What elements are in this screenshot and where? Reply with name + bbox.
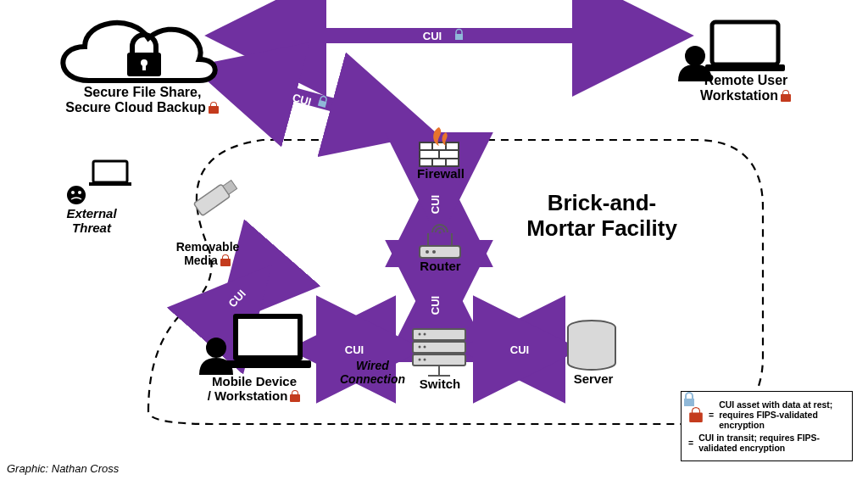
switch-label: Switch [415,377,465,391]
arrow-mobile-media: CUI [226,280,259,314]
svg-point-52 [419,359,421,361]
arrow-cloud-firewall: CUI [212,72,415,127]
legend-row-rest: = CUI asset with data at rest; requires … [688,399,845,430]
router-icon [420,225,460,258]
svg-point-58 [206,338,226,358]
facility-title: Brick-and-Mortar Facility [513,191,691,242]
wired-label: WiredConnection [332,359,413,386]
lock-red-icon [688,407,704,422]
svg-rect-22 [93,161,127,182]
arrow-switch-mobile: CUI [309,343,403,356]
switch-icon [413,329,465,376]
lock-blue-icon [682,392,697,407]
svg-point-51 [424,346,426,349]
svg-rect-23 [89,182,131,186]
svg-point-25 [71,191,75,194]
firewall-label: Firewall [411,166,470,181]
svg-text:CUI: CUI [423,30,442,42]
svg-point-38 [426,250,429,254]
external-threat-icon [67,161,131,204]
svg-text:CUI: CUI [345,343,364,356]
svg-point-21 [685,46,705,66]
lock-icon [289,390,301,402]
server-icon [568,321,615,370]
workstation-icon [199,314,311,375]
arrow-switch-server: CUI [479,343,559,356]
svg-rect-19 [712,22,778,64]
lock-icon [220,254,231,266]
svg-rect-20 [705,64,785,71]
legend-box: = CUI asset with data at rest; requires … [681,391,853,461]
arrow-router-switch: CUI [429,276,442,327]
firewall-icon [420,127,459,166]
cloud-icon [63,23,214,81]
svg-point-42 [439,232,442,234]
svg-point-26 [78,191,81,194]
svg-text:CUI: CUI [429,296,442,315]
mobile-label: Mobile Device/ Workstation [191,374,318,404]
svg-point-48 [419,333,421,336]
server-label: Server [564,371,623,386]
media-label: RemovableMedia [165,240,250,267]
lock-icon [208,102,220,114]
svg-point-50 [419,346,421,349]
arrow-firewall-router: CUI [429,181,442,219]
svg-point-24 [67,186,86,204]
threat-label: ExternalThreat [58,206,125,236]
svg-rect-59 [684,399,694,406]
svg-line-3 [212,72,415,127]
svg-rect-57 [225,360,311,368]
svg-rect-56 [238,319,298,355]
cloud-label: Secure File Share,Secure Cloud Backup [49,85,236,116]
router-label: Router [413,259,468,273]
svg-point-53 [424,359,426,361]
svg-rect-18 [142,63,146,70]
arrow-cloud-remote: CUI [229,30,670,42]
usb-icon [193,178,238,216]
svg-text:CUI: CUI [510,343,529,356]
graphic-credit: Graphic: Nathan Cross [7,462,119,475]
legend-row-transit: = CUI in transit; requires FIPS-validate… [688,433,845,453]
svg-point-49 [424,333,426,336]
remote-label: Remote UserWorkstation [678,73,814,104]
lock-icon [780,90,792,102]
svg-point-39 [432,250,436,254]
svg-text:CUI: CUI [429,195,442,214]
svg-rect-2 [455,34,463,40]
